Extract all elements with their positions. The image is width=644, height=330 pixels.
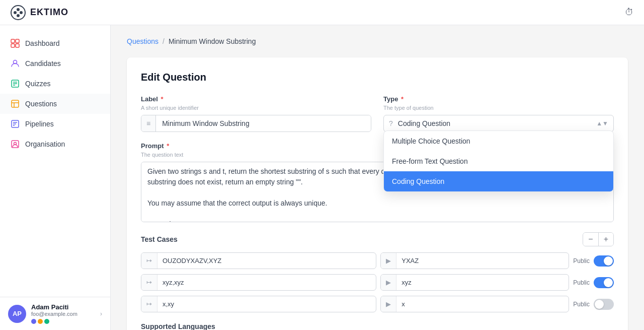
logo: EKTIMO xyxy=(10,5,68,21)
test-cases-btn-group: − + xyxy=(583,232,614,246)
sidebar-label-organisation: Organisation xyxy=(25,140,65,148)
svg-point-1 xyxy=(14,11,17,14)
public-label-2: Public xyxy=(573,279,590,286)
type-select-wrapper[interactable]: ? Multiple Choice Question Free-form Tex… xyxy=(383,115,614,132)
topbar: EKTIMO ⏱ xyxy=(0,0,644,25)
svg-rect-7 xyxy=(11,44,15,47)
quizzes-icon xyxy=(10,79,20,89)
label-group: Label * A short unique identifier ≡ xyxy=(141,95,371,132)
dropdown-item-coding[interactable]: Coding Question xyxy=(384,171,613,191)
user-chevron-icon: › xyxy=(100,310,102,317)
test-output-2: ▶ xyxy=(380,274,569,291)
svg-rect-8 xyxy=(16,44,19,47)
pipelines-icon xyxy=(10,119,20,129)
sidebar-item-organisation[interactable]: Organisation xyxy=(0,134,110,154)
breadcrumb-questions-link[interactable]: Questions xyxy=(127,37,158,45)
user-dots xyxy=(31,319,95,324)
public-label-1: Public xyxy=(573,257,590,265)
user-name: Adam Paciti xyxy=(31,303,95,311)
public-toggle-1[interactable] xyxy=(594,255,614,267)
test-cases-title: Test Cases xyxy=(141,235,178,243)
sidebar-nav: Dashboard Candidates xyxy=(0,25,110,297)
test-input-1: ↦ xyxy=(141,252,376,269)
type-icon-left: ? xyxy=(384,115,398,131)
test-input-3: ↦ xyxy=(141,296,376,312)
output-arrow-icon-3: ▶ xyxy=(381,296,396,312)
avatar: AP xyxy=(8,305,26,323)
type-dropdown-menu: Multiple Choice Question Free-form Text … xyxy=(383,130,614,192)
svg-point-4 xyxy=(17,14,20,17)
type-label: Type * xyxy=(383,95,614,103)
test-output-3: ▶ xyxy=(380,296,569,312)
test-case-row-1: ↦ ▶ Public xyxy=(141,252,614,269)
test-input-field-2[interactable] xyxy=(157,275,376,290)
user-email: foo@example.com xyxy=(31,311,95,317)
content-area: Questions / Minimum Window Substring Edi… xyxy=(111,25,644,330)
breadcrumb: Questions / Minimum Window Substring xyxy=(127,37,628,45)
input-arrow-icon-3: ↦ xyxy=(141,296,157,312)
dropdown-item-multiple-choice[interactable]: Multiple Choice Question xyxy=(384,131,613,151)
svg-rect-5 xyxy=(11,39,15,43)
main-layout: Dashboard Candidates xyxy=(0,25,644,330)
svg-rect-6 xyxy=(16,39,19,43)
test-input-field-1[interactable] xyxy=(157,253,376,269)
sidebar-item-dashboard[interactable]: Dashboard xyxy=(0,33,110,53)
questions-icon xyxy=(10,99,20,109)
public-toggle-2[interactable] xyxy=(594,277,614,288)
test-input-field-3[interactable] xyxy=(157,296,376,312)
dot-1 xyxy=(31,319,36,324)
dashboard-icon xyxy=(10,38,20,48)
sidebar-item-pipelines[interactable]: Pipelines xyxy=(0,114,110,134)
breadcrumb-separator: / xyxy=(163,37,165,45)
svg-point-0 xyxy=(11,6,25,20)
sidebar-user[interactable]: AP Adam Paciti foo@example.com › xyxy=(0,297,110,330)
user-info: Adam Paciti foo@example.com xyxy=(31,303,95,324)
topbar-right: ⏱ xyxy=(625,7,634,18)
dot-2 xyxy=(38,319,43,324)
toggle-knob-1 xyxy=(604,256,613,266)
timer-icon[interactable]: ⏱ xyxy=(625,7,634,18)
test-output-field-2[interactable] xyxy=(396,275,569,290)
test-output-1: ▶ xyxy=(380,252,569,269)
remove-test-case-button[interactable]: − xyxy=(583,233,598,246)
add-test-case-button[interactable]: + xyxy=(599,233,613,246)
test-case-row-2: ↦ ▶ Public xyxy=(141,274,614,291)
label-label: Label * xyxy=(141,95,371,103)
languages-title: Supported Languages xyxy=(141,322,614,330)
type-sublabel: The type of question xyxy=(383,105,614,111)
sidebar-label-quizzes: Quizzes xyxy=(25,80,51,88)
toggle-knob-2 xyxy=(604,278,613,287)
public-toggle-3[interactable] xyxy=(594,299,614,310)
sidebar-item-questions[interactable]: Questions xyxy=(0,94,110,114)
card-title: Edit Question xyxy=(141,72,614,83)
output-arrow-icon-1: ▶ xyxy=(381,253,396,269)
sidebar-item-candidates[interactable]: Candidates xyxy=(0,53,110,74)
test-output-field-1[interactable] xyxy=(396,253,569,269)
label-type-row: Label * A short unique identifier ≡ Type… xyxy=(141,95,614,132)
sidebar-item-quizzes[interactable]: Quizzes xyxy=(0,74,110,94)
input-arrow-icon-1: ↦ xyxy=(141,253,157,269)
svg-rect-14 xyxy=(12,100,19,107)
svg-point-2 xyxy=(17,8,20,11)
input-arrow-icon-2: ↦ xyxy=(141,275,157,290)
sidebar-label-candidates: Candidates xyxy=(25,59,61,68)
sidebar-label-dashboard: Dashboard xyxy=(25,39,60,47)
sidebar-label-questions: Questions xyxy=(25,100,57,108)
type-group: Type * The type of question ? Multiple C… xyxy=(383,95,614,132)
label-sublabel: A short unique identifier xyxy=(141,105,371,111)
label-input[interactable] xyxy=(156,115,371,131)
sidebar-label-pipelines: Pipelines xyxy=(25,120,54,128)
logo-icon xyxy=(10,5,26,21)
dropdown-item-free-form[interactable]: Free-form Text Question xyxy=(384,151,613,171)
svg-point-3 xyxy=(20,11,23,14)
public-label-3: Public xyxy=(573,301,590,308)
edit-question-card: Edit Question Label * A short unique ide… xyxy=(127,57,628,330)
test-output-field-3[interactable] xyxy=(396,296,569,312)
type-chevron-icon: ▲▼ xyxy=(591,116,613,131)
sidebar: Dashboard Candidates xyxy=(0,25,111,330)
type-select[interactable]: Multiple Choice Question Free-form Text … xyxy=(398,115,591,131)
candidates-icon xyxy=(10,58,20,69)
test-case-row-3: ↦ ▶ Public xyxy=(141,296,614,312)
label-prefix-icon: ≡ xyxy=(141,115,156,131)
languages-group: Supported Languages JavaScript (Node.js … xyxy=(141,322,614,330)
